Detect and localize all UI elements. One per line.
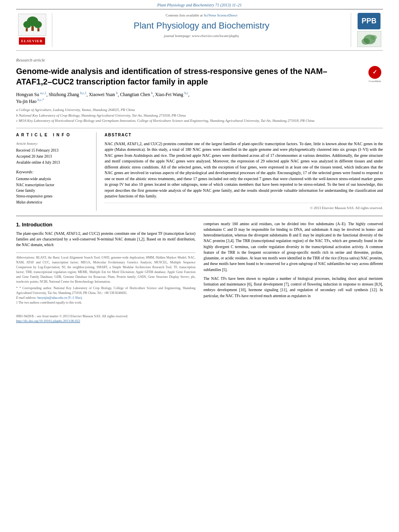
svg-point-10 (370, 35, 377, 40)
article-info-abstract-section: A R T I C L E I N F O Article history: R… (16, 132, 383, 211)
intro-para2: The NAC TFs have been shown to regulate … (204, 276, 383, 299)
intro-heading: 1. Introduction (16, 221, 195, 228)
article-info-col: A R T I C L E I N F O Article history: R… (16, 132, 97, 211)
article-title-row: Genome-wide analysis and identification … (16, 66, 383, 87)
journal-title-section: Contents lists available at SciVerse Sci… (52, 13, 351, 47)
keyword-3: Gene family (16, 188, 90, 193)
intro-para1: The plant-specific NAC (NAM, ATAF1/2, an… (16, 231, 195, 248)
keyword-2: NAC transcription factor (16, 183, 90, 188)
intro-para1-cont: comprises nearly 160 amino acid residues… (204, 221, 383, 273)
sciverse-link[interactable]: SciVerse ScienceDirect (204, 13, 237, 17)
footnote-area: Abbreviations: BLAST, the Basic Local Al… (16, 253, 195, 305)
issn-line: 0981-9428/$ – see front matter © 2013 El… (16, 314, 195, 319)
body-left-col: 1. Introduction The plant-specific NAC (… (16, 221, 195, 324)
article-type: Research article (16, 57, 383, 63)
svg-point-9 (362, 38, 370, 45)
affil-a: a College of Agriculture, Ludong Univers… (16, 108, 135, 112)
abbrev-label: Abbreviations: (16, 256, 36, 259)
crossmark-icon: ✓ (368, 66, 381, 79)
keywords-label: Keywords: (16, 169, 90, 175)
abstract-heading: ABSTRACT (105, 132, 383, 138)
body-right-col: comprises nearly 160 amino acid residues… (204, 221, 383, 324)
content-area: Research article Genome-wide analysis an… (16, 51, 383, 324)
main-body: 1. Introduction The plant-specific NAC (… (16, 216, 383, 324)
body-two-col: 1. Introduction The plant-specific NAC (… (16, 221, 383, 324)
divider-1 (16, 128, 383, 128)
affil-b: b National Key Laboratory of Crop Biolog… (16, 113, 186, 117)
accepted-date: Accepted 20 June 2013 (16, 154, 90, 159)
article-title: Genome-wide analysis and identification … (16, 66, 367, 87)
abstract-col: ABSTRACT NAC (NAM, ATAF1,2, and CUC2) pr… (105, 132, 383, 211)
elsevier-logo: ELSEVIER (16, 13, 52, 47)
affil-c: c MOA Key Laboratory of Horticultural Cr… (16, 119, 315, 123)
copyright-line: © 2013 Elsevier Masson SAS. All rights r… (105, 203, 383, 211)
ppb-thumbnail-icon (358, 31, 381, 47)
ppb-logo: PPB (351, 13, 383, 47)
corresponding-footnote: * * Corresponding author. National Key L… (16, 286, 195, 296)
keyword-5: Malus domestica (16, 200, 90, 205)
abbrev-text: BLAST, the Basic Local Alignment Search … (16, 256, 195, 283)
journal-main-title: Plant Physiology and Biochemistry (60, 20, 343, 32)
keyword-1: Genome-wide analysis (16, 177, 90, 182)
email-label: E-mail address: (16, 296, 37, 300)
corresponding-label: * Corresponding author. (19, 286, 52, 290)
doi-line[interactable]: http://dx.doi.org/10.1016/j.plaphy.2013.… (16, 319, 195, 324)
journal-citation: Plant Physiology and Biochemistry 71 (20… (157, 3, 242, 7)
article-info-heading: A R T I C L E I N F O (16, 132, 90, 138)
received-date: Received 15 February 2013 (16, 148, 90, 153)
crossmark-label: CrossMark (368, 80, 381, 84)
email-address: haoyujin@sdau.edu.cn (Y.-J. Hao). (37, 296, 82, 300)
bottom-footer: 0981-9428/$ – see front matter © 2013 El… (16, 312, 195, 324)
svg-point-3 (34, 21, 42, 28)
journal-header: Plant Physiology and Biochemistry 71 (20… (0, 0, 399, 9)
history-label: Article history: (16, 141, 90, 146)
journal-banner: ELSEVIER Contents lists available at Sci… (16, 9, 383, 51)
ppb-abbr: PPB (358, 13, 380, 29)
svg-point-2 (23, 21, 31, 28)
elsevier-wordmark: ELSEVIER (19, 37, 45, 45)
svg-rect-6 (37, 28, 39, 31)
svg-rect-5 (26, 28, 28, 31)
abbreviations-footnote: Abbreviations: BLAST, the Basic Local Al… (16, 255, 195, 284)
svg-rect-4 (31, 26, 34, 31)
elsevier-tree-icon (19, 14, 46, 36)
authors-line: Hongyan Su a,c,1, Shizhong Zhang b,c,1, … (16, 91, 383, 105)
crossmark-badge: ✓ CrossMark (367, 66, 383, 84)
available-date: Available online 4 July 2013 (16, 160, 90, 165)
email-footnote: E-mail address: haoyujin@sdau.edu.cn (Y.… (16, 296, 195, 300)
journal-homepage: journal homepage: www.elsevier.com/locat… (60, 33, 343, 39)
keyword-4: Stress-responsive genes (16, 194, 90, 199)
sciverse-line: Contents lists available at SciVerse Sci… (60, 13, 343, 18)
affiliations: a College of Agriculture, Ludong Univers… (16, 107, 383, 124)
abstract-text: NAC (NAM, ATAF1,2, and CUC2) proteins co… (105, 141, 383, 199)
footnote1: 1 The two authors contributed equally to… (16, 300, 195, 305)
